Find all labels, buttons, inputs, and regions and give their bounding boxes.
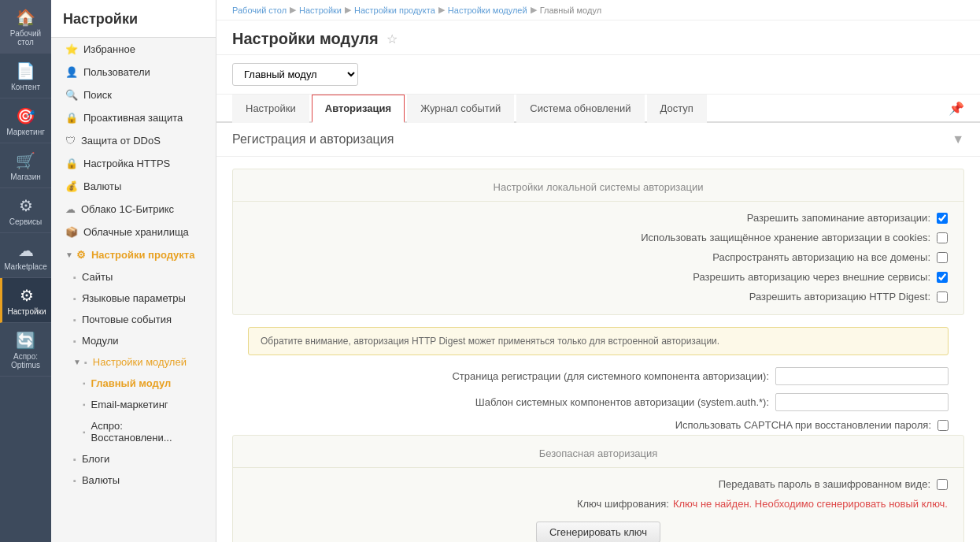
key-row: Ключ шифрования: Ключ не найден. Необход… — [233, 494, 963, 514]
auth-template-input[interactable] — [775, 393, 949, 411]
sidebar-item-cloudstorage[interactable]: 📦 Облачные хранилища — [51, 221, 216, 243]
nav-services[interactable]: ⚙ Сервисы — [0, 188, 51, 233]
http-digest-checkbox[interactable] — [937, 291, 948, 303]
shield-icon: 🛡 — [65, 135, 76, 147]
nav-settings[interactable]: ⚙ Настройки — [0, 278, 51, 323]
sidebar-item-favorites[interactable]: ⭐ Избранное — [51, 38, 216, 61]
nav-content[interactable]: 📄 Контент — [0, 54, 51, 98]
sidebar-subitem-sites[interactable]: ▪ Сайты — [51, 266, 216, 288]
main-module-icon: ▪ — [83, 379, 86, 388]
expand-sub-icon: ▼ — [73, 358, 81, 366]
settings-block: Настройки локальной системы авторизации … — [216, 157, 980, 542]
nav-marketplace-label: Marketplace — [4, 262, 46, 271]
sidebar-subsubitem-email-marketing-label: Email-маркетинг — [91, 399, 168, 410]
nav-desktop-label: Рабочий стол — [4, 29, 47, 46]
generate-key-button[interactable]: Сгенерировать ключ — [536, 522, 660, 542]
sidebar-item-proactive-label: Проактивная защита — [83, 112, 183, 124]
nav-settings-label: Настройки — [7, 307, 46, 316]
tab-auth[interactable]: Авторизация — [312, 95, 405, 123]
breadcrumb: Рабочий стол ▶ Настройки ▶ Настройки про… — [216, 0, 980, 20]
email-marketing-icon: ▪ — [83, 400, 86, 409]
sidebar-subsubitem-main-module[interactable]: ▪ Главный модул — [51, 373, 216, 394]
sidebar-item-cloud[interactable]: ☁ Облако 1С-Битрикс — [51, 198, 216, 221]
content-area: Регистрация и авторизация ▼ Настройки ло… — [216, 123, 980, 542]
https-icon: 🔒 — [65, 158, 78, 169]
sidebar-item-product-settings[interactable]: ▼ ⚙ Настройки продукта — [51, 243, 216, 266]
favorite-star-icon[interactable]: ☆ — [386, 32, 398, 46]
sidebar-item-https-label: Настройка HTTPS — [83, 158, 170, 169]
breadcrumb-product[interactable]: Настройки продукта — [354, 6, 435, 15]
sidebar-item-proactive[interactable]: 🔒 Проактивная защита — [51, 106, 216, 129]
sidebar-item-ddos[interactable]: 🛡 Защита от DDoS — [51, 129, 216, 152]
sidebar-item-https[interactable]: 🔒 Настройка HTTPS — [51, 152, 216, 175]
nav-shop-label: Магазин — [10, 173, 41, 181]
encrypt-pass-checkbox[interactable] — [937, 479, 948, 490]
sidebar-item-search-label: Поиск — [83, 89, 112, 101]
tab-access[interactable]: Доступ — [647, 95, 707, 123]
nav-desktop[interactable]: 🏠 Рабочий стол — [0, 0, 51, 54]
modules-icon: ▪ — [73, 336, 76, 346]
key-value: Ключ не найден. Необходимо сгенерировать… — [673, 498, 948, 510]
sidebar-subitem-language[interactable]: ▪ Языковые параметры — [51, 288, 216, 309]
nav-marketing[interactable]: 🎯 Маркетинг — [0, 98, 51, 143]
external-services-label: Разрешить авторизацию через внешние серв… — [693, 271, 930, 283]
form-row-captcha: Использовать CAPTCHA при восстановлении … — [232, 415, 964, 435]
page-title: Настройки модуля — [232, 30, 379, 48]
captcha-checkbox[interactable] — [937, 420, 949, 431]
notice-box: Обратите внимание, авторизация HTTP Dige… — [248, 327, 949, 355]
breadcrumb-settings[interactable]: Настройки — [299, 6, 342, 15]
sites-icon: ▪ — [73, 273, 76, 282]
sidebar-item-users-label: Пользователи — [83, 66, 150, 78]
mail-icon: ▪ — [73, 315, 76, 325]
auth-template-label: Шаблон системных компонентов авторизации… — [475, 396, 769, 408]
all-domains-label: Распространять авторизацию на все домены… — [712, 251, 930, 263]
sidebar-subitem-modules[interactable]: ▪ Модули — [51, 330, 216, 351]
protected-cookies-checkbox[interactable] — [937, 232, 948, 243]
sidebar-item-product-settings-label: Настройки продукта — [91, 249, 195, 261]
sidebar-subitem-blogs[interactable]: ▪ Блоги — [51, 448, 216, 470]
nav-shop[interactable]: 🛒 Магазин — [0, 143, 51, 188]
tabs: Настройки Авторизация Журнал событий Сис… — [216, 95, 980, 123]
sidebar-subitem-mail[interactable]: ▪ Почтовые события — [51, 309, 216, 330]
all-domains-checkbox[interactable] — [937, 252, 948, 263]
nav-marketplace[interactable]: ☁ Marketplace — [0, 233, 51, 278]
page-header: Настройки модуля ☆ — [216, 20, 980, 55]
breadcrumb-desktop[interactable]: Рабочий стол — [232, 6, 287, 15]
sidebar-item-ddos-label: Защита от DDoS — [81, 135, 161, 147]
sidebar-subitem-valuty[interactable]: ▪ Валюты — [51, 470, 216, 491]
valuty-icon: ▪ — [73, 476, 76, 485]
sidebar-item-search[interactable]: 🔍 Поиск — [51, 84, 216, 106]
nav-content-label: Контент — [11, 83, 40, 91]
breadcrumb-modules[interactable]: Настройки модулей — [448, 6, 527, 15]
remember-auth-checkbox[interactable] — [937, 213, 948, 224]
star-icon: ⭐ — [65, 43, 78, 55]
sidebar-item-users[interactable]: 👤 Пользователи — [51, 61, 216, 84]
form-row-external: Разрешить авторизацию через внешние серв… — [233, 267, 963, 287]
sidebar-subitem-module-settings[interactable]: ▼ ▪ Настройки модулей — [51, 351, 216, 373]
tab-events[interactable]: Журнал событий — [407, 95, 514, 123]
nav-optimus[interactable]: 🔄 Аспро: Optimus — [0, 323, 51, 377]
sidebar-subsubitem-aspro-restore-label: Аспро: Восстановлени... — [91, 420, 204, 444]
cloudstorage-icon: 📦 — [65, 226, 78, 238]
sidebar-subitem-sites-label: Сайты — [82, 271, 113, 283]
external-services-checkbox[interactable] — [937, 272, 948, 283]
tab-updates[interactable]: Система обновлений — [516, 95, 644, 123]
module-selector[interactable]: Главный модул — [232, 63, 358, 86]
form-row-reg-page: Страница регистрации (для системного ком… — [232, 363, 964, 389]
sidebar-subsubitem-email-marketing[interactable]: ▪ Email-маркетинг — [51, 394, 216, 415]
reg-page-input[interactable] — [775, 367, 949, 385]
language-icon: ▪ — [73, 294, 76, 303]
protected-cookies-label: Использовать защищённое хранение авториз… — [641, 232, 930, 243]
marketplace-icon: ☁ — [18, 241, 34, 260]
sidebar-item-currencies-label: Валюты — [83, 180, 121, 192]
sidebar-subsubitem-aspro-restore[interactable]: ▪ Аспро: Восстановлени... — [51, 415, 216, 448]
pin-icon[interactable]: 📌 — [949, 101, 964, 116]
section-toggle-icon[interactable]: ▼ — [952, 132, 964, 147]
form-row-digest: Разрешить авторизацию HTTP Digest: — [233, 287, 963, 306]
nav-marketing-label: Маркетинг — [6, 128, 45, 136]
module-settings-icon: ▪ — [84, 358, 87, 367]
notice-text: Обратите внимание, авторизация HTTP Dige… — [261, 336, 719, 347]
tab-settings[interactable]: Настройки — [232, 95, 309, 123]
sidebar-item-currencies[interactable]: 💰 Валюты — [51, 175, 216, 198]
form-row-remember: Разрешить запоминание авторизации: — [233, 208, 963, 228]
